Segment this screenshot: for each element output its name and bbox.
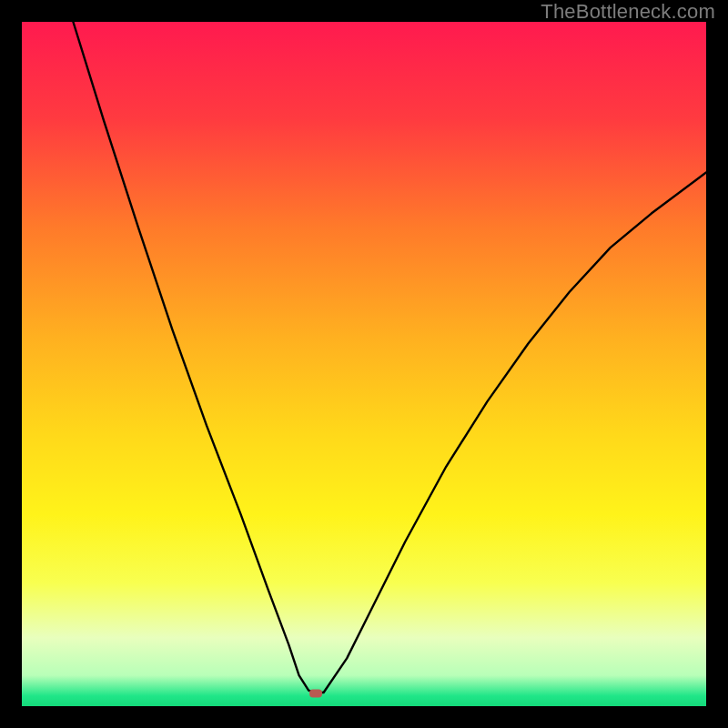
chart-svg xyxy=(22,22,706,706)
chart-frame: TheBottleneck.com xyxy=(0,0,728,728)
plot-area xyxy=(22,22,706,706)
watermark-text: TheBottleneck.com xyxy=(541,2,715,22)
optimum-marker xyxy=(309,689,322,697)
gradient-background xyxy=(22,22,706,706)
